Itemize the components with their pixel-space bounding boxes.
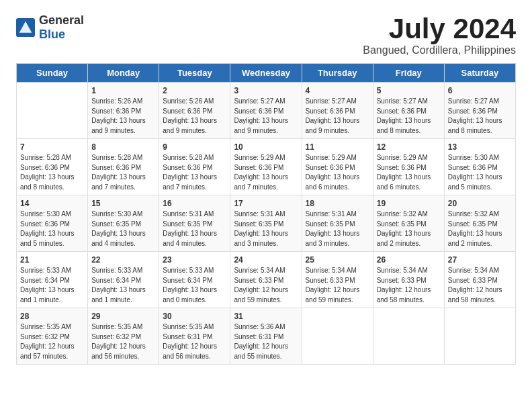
calendar-cell: 14Sunrise: 5:30 AM Sunset: 6:36 PM Dayli… [17,195,88,252]
day-header-friday: Friday [373,64,444,83]
calendar-cell: 4Sunrise: 5:27 AM Sunset: 6:36 PM Daylig… [302,83,373,139]
calendar-cell: 20Sunrise: 5:32 AM Sunset: 6:35 PM Dayli… [444,195,515,252]
calendar-cell: 24Sunrise: 5:34 AM Sunset: 6:33 PM Dayli… [230,252,302,308]
day-number: 7 [20,142,85,152]
day-number: 5 [377,86,441,95]
calendar-cell: 23Sunrise: 5:33 AM Sunset: 6:34 PM Dayli… [159,252,230,308]
day-info: Sunrise: 5:33 AM Sunset: 6:34 PM Dayligh… [20,266,85,305]
day-number: 17 [234,199,298,208]
day-number: 28 [20,312,85,321]
day-info: Sunrise: 5:30 AM Sunset: 6:35 PM Dayligh… [91,210,156,248]
calendar-cell: 19Sunrise: 5:32 AM Sunset: 6:35 PM Dayli… [373,195,444,252]
calendar-week-row: 14Sunrise: 5:30 AM Sunset: 6:36 PM Dayli… [17,195,516,252]
logo-blue-text: Blue [39,28,65,41]
day-info: Sunrise: 5:28 AM Sunset: 6:36 PM Dayligh… [163,153,227,192]
day-info: Sunrise: 5:33 AM Sunset: 6:34 PM Dayligh… [163,266,227,305]
day-info: Sunrise: 5:27 AM Sunset: 6:36 PM Dayligh… [377,97,441,136]
day-info: Sunrise: 5:27 AM Sunset: 6:36 PM Dayligh… [306,97,370,136]
calendar-cell: 25Sunrise: 5:34 AM Sunset: 6:33 PM Dayli… [302,252,373,308]
day-info: Sunrise: 5:26 AM Sunset: 6:36 PM Dayligh… [163,97,227,136]
month-title: July 2024 [363,13,516,44]
day-info: Sunrise: 5:30 AM Sunset: 6:36 PM Dayligh… [448,153,513,192]
day-number: 19 [377,199,441,208]
day-number: 26 [377,255,441,265]
calendar-cell: 27Sunrise: 5:34 AM Sunset: 6:33 PM Dayli… [444,252,515,308]
location-title: Bangued, Cordillera, Philippines [363,44,516,56]
calendar-week-row: 21Sunrise: 5:33 AM Sunset: 6:34 PM Dayli… [17,252,516,308]
day-number: 24 [234,255,298,265]
calendar-cell: 13Sunrise: 5:30 AM Sunset: 6:36 PM Dayli… [444,139,515,195]
day-number: 22 [91,255,156,265]
day-number: 29 [91,312,156,321]
day-number: 3 [234,86,298,95]
logo: General Blue [16,13,84,42]
calendar-cell [444,308,515,365]
day-number: 16 [163,199,227,208]
day-number: 25 [306,255,370,265]
calendar-table: SundayMondayTuesdayWednesdayThursdayFrid… [16,63,516,365]
calendar-cell: 10Sunrise: 5:29 AM Sunset: 6:36 PM Dayli… [230,139,302,195]
day-info: Sunrise: 5:35 AM Sunset: 6:32 PM Dayligh… [91,322,156,361]
title-block: July 2024 Bangued, Cordillera, Philippin… [363,13,516,56]
calendar-cell: 5Sunrise: 5:27 AM Sunset: 6:36 PM Daylig… [373,83,444,139]
calendar-cell: 6Sunrise: 5:27 AM Sunset: 6:36 PM Daylig… [444,83,515,139]
calendar-cell: 1Sunrise: 5:26 AM Sunset: 6:36 PM Daylig… [88,83,159,139]
page-header: General Blue July 2024 Bangued, Cordille… [16,13,516,56]
day-header-wednesday: Wednesday [230,64,302,83]
day-info: Sunrise: 5:31 AM Sunset: 6:35 PM Dayligh… [306,210,370,248]
day-info: Sunrise: 5:27 AM Sunset: 6:36 PM Dayligh… [448,97,513,136]
day-number: 1 [91,86,156,95]
day-number: 30 [163,312,227,321]
calendar-cell: 28Sunrise: 5:35 AM Sunset: 6:32 PM Dayli… [17,308,88,365]
day-number: 14 [20,199,85,208]
day-number: 4 [306,86,370,95]
day-number: 6 [448,86,513,95]
calendar-cell: 12Sunrise: 5:29 AM Sunset: 6:36 PM Dayli… [373,139,444,195]
day-info: Sunrise: 5:29 AM Sunset: 6:36 PM Dayligh… [377,153,441,192]
calendar-cell: 3Sunrise: 5:27 AM Sunset: 6:36 PM Daylig… [230,83,302,139]
calendar-cell: 31Sunrise: 5:36 AM Sunset: 6:31 PM Dayli… [230,308,302,365]
day-number: 27 [448,255,513,265]
calendar-cell [17,83,88,139]
day-info: Sunrise: 5:35 AM Sunset: 6:31 PM Dayligh… [163,322,227,361]
day-info: Sunrise: 5:33 AM Sunset: 6:34 PM Dayligh… [91,266,156,305]
day-number: 8 [91,142,156,152]
calendar-cell: 18Sunrise: 5:31 AM Sunset: 6:35 PM Dayli… [302,195,373,252]
day-number: 2 [163,86,227,95]
day-number: 10 [234,142,298,152]
day-info: Sunrise: 5:31 AM Sunset: 6:35 PM Dayligh… [234,210,298,248]
day-header-thursday: Thursday [302,64,373,83]
day-number: 12 [377,142,441,152]
day-info: Sunrise: 5:28 AM Sunset: 6:36 PM Dayligh… [20,153,85,192]
day-info: Sunrise: 5:36 AM Sunset: 6:31 PM Dayligh… [234,322,298,361]
day-info: Sunrise: 5:34 AM Sunset: 6:33 PM Dayligh… [377,266,441,305]
day-info: Sunrise: 5:32 AM Sunset: 6:35 PM Dayligh… [448,210,513,248]
day-number: 31 [234,312,298,321]
day-number: 18 [306,199,370,208]
calendar-cell: 9Sunrise: 5:28 AM Sunset: 6:36 PM Daylig… [159,139,230,195]
day-info: Sunrise: 5:34 AM Sunset: 6:33 PM Dayligh… [306,266,370,305]
calendar-cell [373,308,444,365]
calendar-week-row: 28Sunrise: 5:35 AM Sunset: 6:32 PM Dayli… [17,308,516,365]
day-info: Sunrise: 5:29 AM Sunset: 6:36 PM Dayligh… [234,153,298,192]
day-info: Sunrise: 5:27 AM Sunset: 6:36 PM Dayligh… [234,97,298,136]
logo-general-text: General [39,13,84,27]
day-header-tuesday: Tuesday [159,64,230,83]
calendar-cell: 2Sunrise: 5:26 AM Sunset: 6:36 PM Daylig… [159,83,230,139]
day-info: Sunrise: 5:34 AM Sunset: 6:33 PM Dayligh… [448,266,513,305]
day-info: Sunrise: 5:28 AM Sunset: 6:36 PM Dayligh… [91,153,156,192]
day-info: Sunrise: 5:30 AM Sunset: 6:36 PM Dayligh… [20,210,85,248]
day-header-saturday: Saturday [444,64,515,83]
calendar-week-row: 1Sunrise: 5:26 AM Sunset: 6:36 PM Daylig… [17,83,516,139]
calendar-cell: 26Sunrise: 5:34 AM Sunset: 6:33 PM Dayli… [373,252,444,308]
day-info: Sunrise: 5:32 AM Sunset: 6:35 PM Dayligh… [377,210,441,248]
day-number: 23 [163,255,227,265]
calendar-cell: 11Sunrise: 5:29 AM Sunset: 6:36 PM Dayli… [302,139,373,195]
calendar-header-row: SundayMondayTuesdayWednesdayThursdayFrid… [17,64,516,83]
day-info: Sunrise: 5:26 AM Sunset: 6:36 PM Dayligh… [91,97,156,136]
day-info: Sunrise: 5:35 AM Sunset: 6:32 PM Dayligh… [20,322,85,361]
calendar-cell: 17Sunrise: 5:31 AM Sunset: 6:35 PM Dayli… [230,195,302,252]
day-number: 9 [163,142,227,152]
calendar-cell: 29Sunrise: 5:35 AM Sunset: 6:32 PM Dayli… [88,308,159,365]
day-number: 11 [306,142,370,152]
